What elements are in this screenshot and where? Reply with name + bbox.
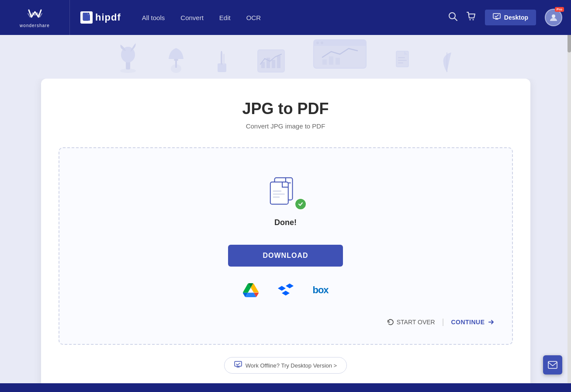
refresh-icon <box>387 319 394 326</box>
svg-point-3 <box>472 19 474 20</box>
svg-rect-19 <box>277 56 280 68</box>
nav-links: All tools Convert Edit OCR <box>142 14 261 21</box>
upload-area: Done! DOWNLOAD <box>59 147 513 345</box>
lamp-icon <box>165 46 187 76</box>
google-drive-icon <box>243 282 259 298</box>
svg-rect-26 <box>329 56 333 65</box>
svg-rect-35 <box>273 191 281 191</box>
arrow-right-icon <box>488 319 495 326</box>
hero-decorations <box>117 38 454 76</box>
success-icon-container <box>268 174 303 209</box>
monitor-icon <box>493 13 501 22</box>
avatar-container[interactable]: Pro <box>545 9 562 26</box>
svg-rect-37 <box>273 197 280 198</box>
dropbox-button[interactable] <box>276 281 295 300</box>
svg-point-24 <box>321 42 323 44</box>
page-subtitle: Convert JPG image to PDF <box>59 122 513 130</box>
plant-icon <box>117 42 139 76</box>
cloud-icons: box <box>241 281 330 300</box>
nav-edit[interactable]: Edit <box>219 14 231 21</box>
chart-icon <box>257 49 285 76</box>
download-button[interactable]: DOWNLOAD <box>228 245 343 267</box>
offline-banner-text: Work Offline? Try Desktop Version > <box>246 362 337 369</box>
svg-rect-9 <box>174 59 178 61</box>
box-button[interactable]: box <box>311 281 330 300</box>
svg-rect-11 <box>175 61 177 68</box>
svg-rect-36 <box>273 194 284 194</box>
svg-rect-34 <box>270 182 288 205</box>
svg-point-2 <box>469 19 471 20</box>
bottom-actions: START OVER | CONTINUE <box>77 314 495 326</box>
feather-icon <box>439 50 454 76</box>
desktop-offline-icon <box>234 361 242 370</box>
svg-point-5 <box>552 14 555 18</box>
ws-icon <box>27 7 43 22</box>
pro-badge: Pro <box>555 7 564 12</box>
svg-rect-12 <box>218 63 226 72</box>
monitor-chart-icon <box>311 38 368 76</box>
svg-rect-28 <box>396 51 408 67</box>
box-label: box <box>312 284 328 296</box>
scrollbar[interactable] <box>568 0 571 392</box>
continue-button[interactable]: CONTINUE <box>451 319 494 326</box>
dropbox-icon <box>278 282 294 298</box>
hipdf-name: hipdf <box>95 12 121 23</box>
hipdf-logo[interactable]: hipdf <box>70 11 121 24</box>
actions-divider: | <box>442 317 444 326</box>
svg-rect-25 <box>322 59 327 65</box>
svg-rect-13 <box>221 52 222 65</box>
ws-text: wondershare <box>20 23 50 28</box>
nav-all-tools[interactable]: All tools <box>142 14 165 21</box>
svg-rect-30 <box>398 57 405 58</box>
page-title: JPG to PDF <box>59 100 513 118</box>
desktop-label: Desktop <box>504 14 528 21</box>
footer <box>0 383 571 392</box>
svg-rect-27 <box>336 58 340 65</box>
pencil-cup-icon <box>213 50 231 76</box>
google-drive-button[interactable] <box>241 281 260 300</box>
nav-ocr[interactable]: OCR <box>246 14 261 21</box>
main-card: JPG to PDF Convert JPG image to PDF <box>41 79 530 391</box>
navbar: wondershare hipdf All tools Convert Edit… <box>0 0 571 35</box>
wondershare-logo[interactable]: wondershare <box>9 0 70 35</box>
floating-email-button[interactable] <box>543 355 562 375</box>
svg-rect-14 <box>223 54 225 65</box>
svg-rect-18 <box>272 60 275 68</box>
main-content: JPG to PDF Convert JPG image to PDF <box>24 79 548 392</box>
nav-convert[interactable]: Convert <box>180 14 204 21</box>
hipdf-icon <box>80 11 93 24</box>
done-label: Done! <box>274 218 297 227</box>
check-badge <box>294 198 307 210</box>
offline-banner[interactable]: Work Offline? Try Desktop Version > <box>224 357 347 374</box>
navbar-right: Desktop Pro <box>448 9 562 26</box>
start-over-button[interactable]: START OVER <box>387 319 435 326</box>
document-icon <box>395 50 413 76</box>
svg-rect-32 <box>398 62 403 63</box>
hero-background <box>0 35 571 79</box>
cart-button[interactable] <box>467 12 476 24</box>
svg-rect-38 <box>235 361 242 366</box>
desktop-button[interactable]: Desktop <box>485 10 536 25</box>
svg-rect-39 <box>548 361 557 368</box>
search-button[interactable] <box>448 12 458 24</box>
svg-point-23 <box>316 42 319 44</box>
svg-rect-31 <box>398 60 407 61</box>
